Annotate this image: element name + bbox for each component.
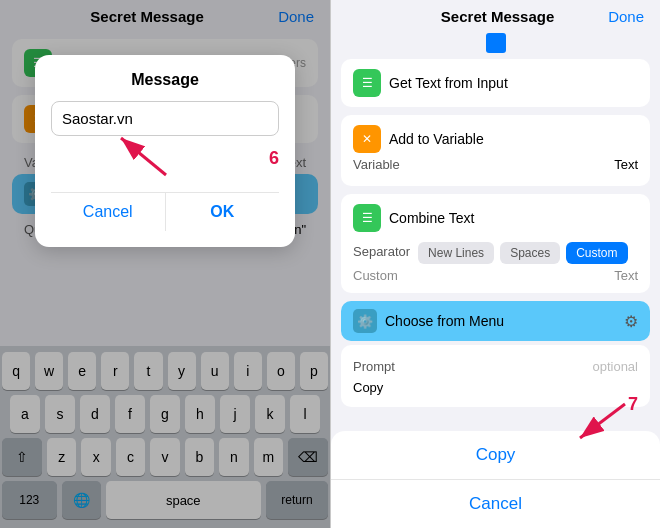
choose-menu-settings-icon[interactable]: ⚙ (624, 312, 638, 331)
card-combine-text: ☰ Combine Text Separator New Lines Space… (341, 194, 650, 293)
card-combine-row: ☰ Combine Text (353, 204, 638, 232)
sep-new-lines[interactable]: New Lines (418, 242, 494, 264)
custom-text-row: Custom Text (353, 268, 638, 283)
right-done-btn[interactable]: Done (608, 8, 644, 25)
bottom-sheet-cancel-btn[interactable]: Cancel (331, 480, 660, 528)
copy-item-row: Copy (353, 378, 638, 397)
choose-menu-card: ⚙️ Choose from Menu ⚙ (341, 301, 650, 341)
dialog-cancel-btn[interactable]: Cancel (51, 193, 166, 231)
choose-menu-left: ⚙️ Choose from Menu (353, 309, 504, 333)
right-panel: Secret Message Done ☰ Get Text from Inpu… (330, 0, 660, 528)
combine-icon: ☰ (353, 204, 381, 232)
combine-text-label: Combine Text (389, 210, 474, 226)
svg-text:7: 7 (628, 396, 638, 414)
add-var-label: Add to Variable (389, 131, 484, 147)
list-icon-combine: ☰ (362, 211, 373, 225)
custom-placeholder: Text (614, 268, 638, 283)
separator-label: Separator (353, 244, 410, 259)
dialog-overlay: Message 6 Cancel OK (0, 0, 330, 528)
add-var-icon: ✕ (353, 125, 381, 153)
dialog-ok-btn[interactable]: OK (166, 193, 280, 231)
card-get-text-row: ☰ Get Text from Input (353, 69, 638, 97)
choose-menu-label: Choose from Menu (385, 313, 504, 329)
variable-row: Variable Text (353, 153, 638, 176)
separator-group: New Lines Spaces Custom (418, 242, 627, 264)
card-get-text: ☰ Get Text from Input (341, 59, 650, 107)
gear-icon-choose: ⚙️ (357, 314, 373, 329)
arrow-7-container: 7 (570, 396, 640, 450)
separator-row: Separator New Lines Spaces Custom (353, 238, 638, 264)
get-text-label: Get Text from Input (389, 75, 508, 91)
variable-field-value: Text (614, 157, 638, 172)
card-add-var-row: ✕ Add to Variable (353, 125, 638, 153)
prompt-optional: optional (592, 359, 638, 374)
prompt-label: Prompt (353, 359, 395, 374)
card-add-var: ✕ Add to Variable Variable Text (341, 115, 650, 186)
right-top-bar: Secret Message Done (331, 0, 660, 33)
left-panel: Secret Message Done ☰ Mo... acters ✕ Lin… (0, 0, 330, 528)
arrow-number-6: 6 (269, 148, 279, 169)
variable-field-label: Variable (353, 157, 400, 172)
right-title: Secret Message (387, 8, 608, 25)
dialog: Message 6 Cancel OK (35, 55, 295, 247)
custom-label: Custom (353, 268, 398, 283)
sep-custom[interactable]: Custom (566, 242, 627, 264)
arrow-7-icon: 7 (570, 396, 640, 446)
prompt-row: Prompt optional (353, 355, 638, 378)
dialog-title: Message (51, 71, 279, 89)
sep-spaces[interactable]: Spaces (500, 242, 560, 264)
choose-menu-gear-icon: ⚙️ (353, 309, 377, 333)
arrow-6-icon (111, 130, 171, 180)
x-icon-right: ✕ (362, 132, 372, 146)
blue-square-indicator (486, 33, 506, 53)
dialog-actions: Cancel OK (51, 192, 279, 231)
copy-item-label: Copy (353, 380, 383, 395)
svg-line-3 (580, 404, 625, 438)
get-text-icon: ☰ (353, 69, 381, 97)
list-icon-right: ☰ (362, 76, 373, 90)
svg-line-1 (121, 138, 166, 175)
arrow-container: 6 (51, 140, 279, 180)
right-scroll-content: ☰ Get Text from Input ✕ Add to Variable … (331, 59, 660, 407)
